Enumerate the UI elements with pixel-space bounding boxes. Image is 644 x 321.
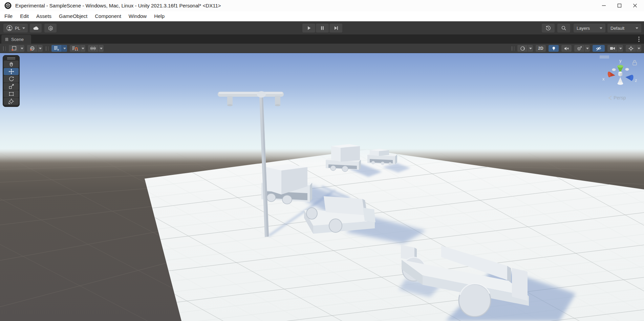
maximize-button[interactable]: [611, 0, 627, 11]
close-button[interactable]: [627, 0, 643, 11]
snap-settings-icon: [90, 46, 96, 51]
scene-lighting-button[interactable]: [549, 45, 559, 52]
rect-tool-icon: [8, 91, 15, 97]
layout-label: Default: [610, 26, 624, 31]
plastic-scm-icon: [47, 25, 54, 31]
tool-move[interactable]: [4, 68, 19, 75]
gizmo-axis-back-right[interactable]: [625, 68, 629, 71]
tools-overlay: [3, 55, 20, 107]
cloud-services-button[interactable]: [30, 24, 42, 32]
pivot-icon: [10, 46, 17, 51]
chevron-down-icon: [22, 27, 25, 29]
gizmo-center-cube[interactable]: [618, 71, 622, 76]
sky: [0, 53, 644, 150]
menu-gameobject[interactable]: GameObject: [55, 11, 91, 21]
pause-button[interactable]: [316, 24, 329, 32]
chevron-down-icon: [82, 48, 84, 49]
tools-drag-handle[interactable]: [3, 56, 19, 60]
tool-handle-position-button[interactable]: [9, 45, 24, 52]
grid-snapping-button[interactable]: Y: [51, 45, 67, 52]
menu-edit[interactable]: Edit: [16, 11, 33, 21]
toolbar-separator: [512, 46, 514, 51]
gizmo-axis-back-left[interactable]: [612, 68, 616, 71]
tool-transform[interactable]: [4, 98, 19, 105]
cloud-icon: [33, 25, 39, 31]
snap-increment-button[interactable]: [70, 45, 85, 52]
pane-menu-kebab-icon[interactable]: [636, 36, 642, 42]
scene-tab-icon: [4, 37, 9, 42]
toolbar-drag-handle[interactable]: [3, 46, 6, 51]
menu-component[interactable]: Component: [91, 11, 125, 21]
search-icon: [560, 25, 567, 31]
window-title: Experimental - SampleScene - Windows, Ma…: [15, 3, 221, 8]
2d-mode-button[interactable]: 2D: [536, 45, 546, 52]
speaker-muted-icon: [563, 46, 570, 51]
unity-logo-icon: [4, 2, 12, 9]
tab-row: Scene: [0, 35, 644, 44]
camera-settings-button[interactable]: [607, 45, 623, 52]
grid-visibility-button[interactable]: [88, 45, 104, 52]
play-icon: [306, 25, 312, 31]
menu-help[interactable]: Help: [150, 11, 168, 21]
menu-assets[interactable]: Assets: [33, 11, 55, 21]
rotate-icon: [8, 76, 15, 82]
chevron-down-icon: [586, 48, 589, 49]
svg-text:Y: Y: [57, 48, 59, 51]
hidden-objects-button[interactable]: [593, 45, 605, 52]
scale-icon: [8, 83, 15, 90]
chevron-down-icon: [600, 27, 602, 29]
chevron-down-icon: [529, 48, 532, 49]
menu-file[interactable]: File: [1, 11, 16, 21]
tool-rect[interactable]: [4, 90, 19, 97]
shading-mode-button[interactable]: [517, 45, 533, 52]
layers-label: Layers: [577, 26, 590, 31]
chevron-down-icon: [638, 48, 640, 49]
globe-icon: [29, 46, 36, 51]
minimize-button[interactable]: [596, 0, 611, 11]
step-button[interactable]: [329, 24, 342, 32]
scene-tab-label: Scene: [11, 37, 24, 42]
tool-rotate[interactable]: [4, 75, 19, 83]
chevron-down-icon: [636, 27, 638, 29]
step-icon: [333, 25, 339, 31]
chevron-down-icon: [63, 48, 66, 49]
title-bar: Experimental - SampleScene - Windows, Ma…: [0, 0, 644, 11]
scene-viewport[interactable]: y x z Persp: [0, 53, 644, 321]
camera-icon: [609, 46, 616, 51]
tool-handle-rotation-button[interactable]: [27, 45, 43, 52]
pause-icon: [319, 25, 325, 31]
menu-bar: File Edit Assets GameObject Component Wi…: [0, 11, 644, 21]
2d-mode-label: 2D: [537, 46, 544, 51]
chevron-down-icon: [100, 48, 103, 49]
tool-scale[interactable]: [4, 83, 19, 90]
audio-mute-button[interactable]: [561, 45, 572, 52]
layers-dropdown[interactable]: Layers: [574, 24, 605, 32]
scene-view-toolbar: Y: [0, 44, 644, 53]
gizmos-button[interactable]: [626, 45, 641, 52]
account-label: PL: [15, 26, 20, 31]
transform-icon: [8, 98, 15, 105]
hand-icon: [8, 61, 15, 67]
undo-history-button[interactable]: [542, 24, 555, 32]
grid-y-icon: Y: [53, 46, 60, 51]
move-icon: [8, 68, 15, 75]
account-icon: [6, 25, 13, 31]
eye-slash-icon: [595, 46, 602, 51]
layout-dropdown[interactable]: Default: [607, 24, 641, 32]
effects-icon: [576, 46, 583, 51]
menu-window[interactable]: Window: [125, 11, 150, 21]
chevron-down-icon: [619, 48, 622, 49]
light-bulb-icon: [551, 46, 557, 51]
chevron-down-icon: [21, 48, 23, 49]
plastic-scm-button[interactable]: [44, 24, 57, 32]
history-icon: [545, 25, 552, 31]
search-button[interactable]: [557, 24, 570, 32]
tool-view-hand[interactable]: [4, 61, 19, 68]
play-button[interactable]: [302, 24, 315, 32]
gizmo-z-label: z: [635, 78, 637, 83]
effects-toggle-button[interactable]: [574, 45, 590, 52]
gizmos-icon: [628, 46, 634, 51]
account-button[interactable]: PL: [3, 24, 28, 32]
projection-label: Persp: [614, 95, 626, 100]
tab-scene[interactable]: Scene: [1, 35, 31, 44]
